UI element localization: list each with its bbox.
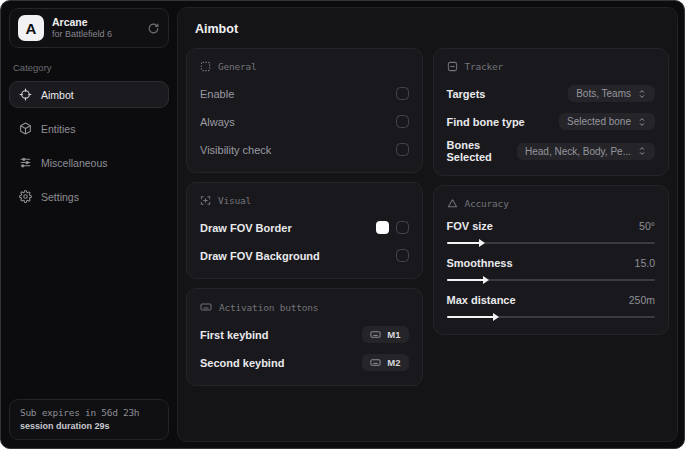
card-title: Activation buttons	[219, 302, 318, 313]
always-checkbox[interactable]	[396, 115, 409, 128]
setting-label: Bones Selected	[447, 139, 518, 163]
visual-card: Visual Draw FOV Border Draw FOV Backgrou…	[186, 182, 423, 279]
fov-size-group: FOV size 50°	[447, 220, 656, 244]
targets-dropdown[interactable]: Bots, Teams	[568, 85, 655, 102]
brand-subtitle: for Battlefield 6	[52, 29, 139, 40]
draw-fov-background-checkbox[interactable]	[396, 249, 409, 262]
slider-thumb[interactable]	[483, 276, 489, 284]
app-window: A Arcane for Battlefield 6 Category Aimb…	[0, 0, 685, 449]
fov-size-slider[interactable]	[447, 242, 656, 244]
session-duration-text: session duration 29s	[20, 421, 158, 431]
brand-name: Arcane	[52, 16, 139, 29]
crosshair-icon	[19, 88, 32, 101]
dropdown-value: Head, Neck, Body, Pe...	[525, 146, 631, 157]
setting-label: Find bone type	[447, 116, 525, 128]
setting-row: First keybind M1	[200, 324, 409, 345]
setting-label: Always	[200, 116, 235, 128]
keyboard-icon	[200, 301, 212, 313]
slider-thumb[interactable]	[493, 313, 499, 321]
sidebar-item-miscellaneous[interactable]: Miscellaneous	[9, 149, 169, 176]
sidebar-item-label: Miscellaneous	[41, 157, 108, 169]
setting-row: Always	[200, 111, 409, 132]
left-column: General Enable Always Visibility check	[186, 48, 423, 386]
setting-row: Bones Selected Head, Neck, Body, Pe...	[447, 139, 656, 163]
setting-row: Find bone type Selected bone	[447, 111, 656, 132]
expand-icon	[637, 117, 647, 127]
max-distance-group: Max distance 250m	[447, 294, 656, 318]
keybind-value: M1	[387, 329, 400, 340]
sub-expiry-text: Sub expires in 56d 23h	[20, 407, 158, 418]
card-title: General	[218, 61, 257, 72]
smoothness-slider[interactable]	[447, 279, 656, 281]
fov-border-color-swatch[interactable]	[376, 221, 389, 234]
slider-value: 15.0	[635, 257, 655, 269]
activation-buttons-card: Activation buttons First keybind M1	[186, 288, 423, 386]
grid-icon	[200, 61, 211, 72]
find-bone-type-dropdown[interactable]: Selected bone	[559, 113, 655, 130]
sidebar-item-label: Aimbot	[41, 89, 74, 101]
sidebar-item-aimbot[interactable]: Aimbot	[9, 81, 169, 108]
setting-row: Visibility check	[200, 139, 409, 160]
max-distance-slider[interactable]	[447, 316, 656, 318]
accuracy-card: Accuracy FOV size 50°	[433, 185, 670, 335]
first-keybind-button[interactable]: M1	[362, 326, 408, 343]
dropdown-value: Selected bone	[567, 116, 631, 127]
slider-value: 250m	[629, 294, 655, 306]
setting-label: Second keybind	[200, 357, 284, 369]
setting-label: Draw FOV Border	[200, 222, 292, 234]
visibility-check-checkbox[interactable]	[396, 143, 409, 156]
setting-row: Draw FOV Background	[200, 245, 409, 266]
setting-label: Visibility check	[200, 144, 271, 156]
setting-row: Targets Bots, Teams	[447, 83, 656, 104]
sliders-icon	[19, 156, 32, 169]
general-card: General Enable Always Visibility check	[186, 48, 423, 173]
keybind-value: M2	[387, 357, 400, 368]
setting-label: Draw FOV Background	[200, 250, 320, 262]
keyboard-icon	[370, 329, 381, 340]
setting-label: Max distance	[447, 294, 516, 306]
smoothness-group: Smoothness 15.0	[447, 257, 656, 281]
setting-label: Enable	[200, 88, 234, 100]
sidebar-item-entities[interactable]: Entities	[9, 115, 169, 142]
refresh-icon[interactable]	[147, 22, 160, 35]
setting-label: Smoothness	[447, 257, 513, 269]
brand-logo: A	[18, 15, 44, 41]
keyboard-icon	[370, 357, 381, 368]
card-title: Tracker	[465, 61, 504, 72]
bones-selected-dropdown[interactable]: Head, Neck, Body, Pe...	[517, 143, 655, 160]
main-panel: Aimbot General Enable	[177, 7, 678, 442]
setting-label: Targets	[447, 88, 486, 100]
subscription-box: Sub expires in 56d 23h session duration …	[9, 399, 169, 440]
sidebar-item-label: Settings	[41, 191, 79, 203]
card-title: Visual	[218, 195, 251, 206]
draw-fov-border-checkbox[interactable]	[396, 221, 409, 234]
page-title: Aimbot	[195, 22, 669, 36]
sidebar-nav: Aimbot Entities Miscellaneous	[9, 81, 169, 210]
scan-icon	[447, 61, 458, 72]
cube-icon	[19, 122, 32, 135]
tracker-card: Tracker Targets Bots, Teams	[433, 48, 670, 176]
brand-box: A Arcane for Battlefield 6	[9, 8, 169, 48]
category-label: Category	[13, 62, 165, 73]
card-title: Accuracy	[465, 198, 509, 209]
second-keybind-button[interactable]: M2	[362, 354, 408, 371]
setting-label: First keybind	[200, 329, 268, 341]
setting-row: Second keybind M2	[200, 352, 409, 373]
dropdown-value: Bots, Teams	[576, 88, 631, 99]
right-column: Tracker Targets Bots, Teams	[433, 48, 670, 335]
setting-row: Draw FOV Border	[200, 217, 409, 238]
gear-icon	[19, 190, 32, 203]
sidebar: A Arcane for Battlefield 6 Category Aimb…	[1, 1, 177, 448]
enable-checkbox[interactable]	[396, 87, 409, 100]
expand-icon	[637, 146, 647, 156]
expand-icon	[637, 89, 647, 99]
sidebar-item-settings[interactable]: Settings	[9, 183, 169, 210]
setting-label: FOV size	[447, 220, 493, 232]
setting-row: Enable	[200, 83, 409, 104]
sidebar-item-label: Entities	[41, 123, 75, 135]
frame-plus-icon	[200, 195, 211, 206]
triangle-icon	[447, 198, 458, 209]
slider-thumb[interactable]	[479, 239, 485, 247]
slider-value: 50°	[639, 220, 655, 232]
